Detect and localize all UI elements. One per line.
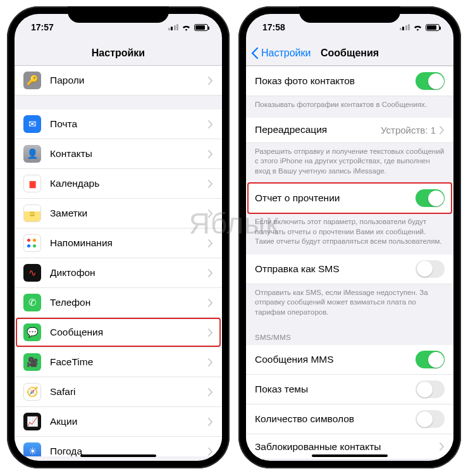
chevron-right-icon <box>208 77 213 85</box>
chevron-right-icon <box>208 239 213 247</box>
row-phone[interactable]: ✆ Телефон <box>15 288 222 318</box>
chevron-right-icon <box>208 358 213 366</box>
battery-icon <box>194 24 208 31</box>
cellular-icon <box>168 24 179 30</box>
row-label: Диктофон <box>50 267 208 279</box>
wifi-icon <box>413 23 422 31</box>
page-title: Сообщения <box>321 47 379 59</box>
row-label: Календарь <box>50 178 208 189</box>
safari-icon: 🧭 <box>23 383 41 401</box>
chevron-right-icon <box>208 388 213 396</box>
row-label: Safari <box>50 386 208 398</box>
back-button[interactable]: Настройки <box>251 47 311 59</box>
row-label: Показ фото контактов <box>255 75 416 87</box>
phone-left: 17:57 Настройки 🔑 Пароли <box>7 6 230 468</box>
row-label: Отчет о прочтении <box>255 192 416 204</box>
row-voice-memos[interactable]: ∿ Диктофон <box>15 258 222 288</box>
chevron-right-icon <box>208 299 213 307</box>
notes-icon: ≡ <box>23 204 41 222</box>
row-label: Показ темы <box>255 384 416 395</box>
row-label: Переадресация <box>255 124 381 135</box>
chevron-right-icon <box>208 120 213 128</box>
row-passwords[interactable]: 🔑 Пароли <box>15 66 222 96</box>
cellular-icon <box>400 24 410 30</box>
navbar: Настройки <box>15 41 222 66</box>
weather-icon: ☀︎ <box>23 442 41 456</box>
row-label: Пароли <box>50 75 208 86</box>
row-label: Заметки <box>50 208 208 219</box>
row-mail[interactable]: ✉︎ Почта <box>15 110 222 139</box>
chevron-right-icon <box>208 180 213 188</box>
chevron-right-icon <box>440 442 445 451</box>
row-contacts[interactable]: 👤 Контакты <box>15 139 222 169</box>
footer-text: Если включить этот параметр, пользовател… <box>246 213 453 254</box>
row-reminders[interactable]: Напоминания <box>15 229 222 258</box>
toggle-mms[interactable] <box>416 351 445 368</box>
status-time: 17:57 <box>31 22 54 32</box>
row-weather[interactable]: ☀︎ Погода <box>15 437 222 456</box>
chevron-right-icon <box>208 150 213 158</box>
chevron-right-icon <box>208 329 213 337</box>
chevron-right-icon <box>208 269 213 277</box>
stocks-icon: 📈 <box>23 413 41 430</box>
toggle-char-count[interactable] <box>416 410 445 428</box>
messages-settings[interactable]: Показ фото контактов Показывать фотограф… <box>246 66 453 461</box>
key-icon: 🔑 <box>23 72 41 89</box>
row-char-count[interactable]: Количество символов <box>246 404 453 434</box>
toggle-show-subject[interactable] <box>416 380 445 398</box>
page-title: Настройки <box>92 47 145 59</box>
notch <box>68 6 169 23</box>
row-text-forwarding[interactable]: Переадресация Устройств: 1 <box>246 118 453 143</box>
settings-list[interactable]: 🔑 Пароли ✉︎ Почта 👤 Контакты ▆ <box>15 61 222 456</box>
row-calendar[interactable]: ▆ Календарь <box>15 169 222 199</box>
chevron-right-icon <box>440 126 445 134</box>
row-label: Телефон <box>50 297 208 308</box>
navbar: Настройки Сообщения <box>246 41 453 66</box>
section-header: SMS/MMS <box>246 325 453 345</box>
chevron-left-icon <box>251 47 259 59</box>
row-label: Заблокированные контакты <box>255 441 440 453</box>
notch <box>299 6 400 23</box>
messages-icon: 💬 <box>23 323 41 341</box>
phone-icon: ✆ <box>23 294 41 311</box>
row-safari[interactable]: 🧭 Safari <box>15 377 222 407</box>
row-label: Напоминания <box>50 237 208 249</box>
chevron-right-icon <box>208 418 213 426</box>
toggle-read-receipts[interactable] <box>416 189 445 207</box>
row-label: Сообщения <box>50 327 208 338</box>
section-header: ИСТОРИЯ СООБЩЕНИЙ <box>246 460 453 461</box>
row-mms[interactable]: Сообщения MMS <box>246 345 453 375</box>
home-indicator[interactable] <box>80 454 156 457</box>
calendar-icon: ▆ <box>23 175 41 192</box>
row-label: FaceTime <box>50 356 208 368</box>
reminders-icon <box>23 234 41 252</box>
row-read-receipts[interactable]: Отчет о прочтении <box>246 184 453 213</box>
row-facetime[interactable]: 🎥 FaceTime <box>15 348 222 377</box>
row-label: Почта <box>50 118 208 130</box>
row-send-as-sms[interactable]: Отправка как SMS <box>246 254 453 284</box>
footer-text: Показывать фотографии контактов в Сообще… <box>246 96 453 118</box>
wifi-icon <box>182 23 191 31</box>
contacts-icon: 👤 <box>23 145 41 163</box>
phone-right: 17:58 Настройки Сообщения Показ фото кон… <box>238 6 461 468</box>
voice-memos-icon: ∿ <box>23 264 41 282</box>
mail-icon: ✉︎ <box>23 115 41 133</box>
row-value: Устройств: 1 <box>381 125 436 135</box>
row-label: Сообщения MMS <box>255 354 416 365</box>
row-label: Контакты <box>50 148 208 160</box>
row-show-contact-photos[interactable]: Показ фото контактов <box>246 66 453 96</box>
chevron-right-icon <box>208 210 213 218</box>
battery-icon <box>426 24 440 31</box>
row-stocks[interactable]: 📈 Акции <box>15 407 222 437</box>
back-label: Настройки <box>261 47 311 59</box>
chevron-right-icon <box>208 448 213 456</box>
toggle-show-contact-photos[interactable] <box>416 72 445 90</box>
row-notes[interactable]: ≡ Заметки <box>15 199 222 229</box>
home-indicator[interactable] <box>312 454 388 457</box>
row-show-subject[interactable]: Показ темы <box>246 375 453 404</box>
row-label: Количество символов <box>255 413 416 425</box>
toggle-send-as-sms[interactable] <box>416 260 445 278</box>
status-time: 17:58 <box>262 22 285 32</box>
row-label: Отправка как SMS <box>255 263 416 275</box>
row-messages[interactable]: 💬 Сообщения <box>15 318 222 348</box>
